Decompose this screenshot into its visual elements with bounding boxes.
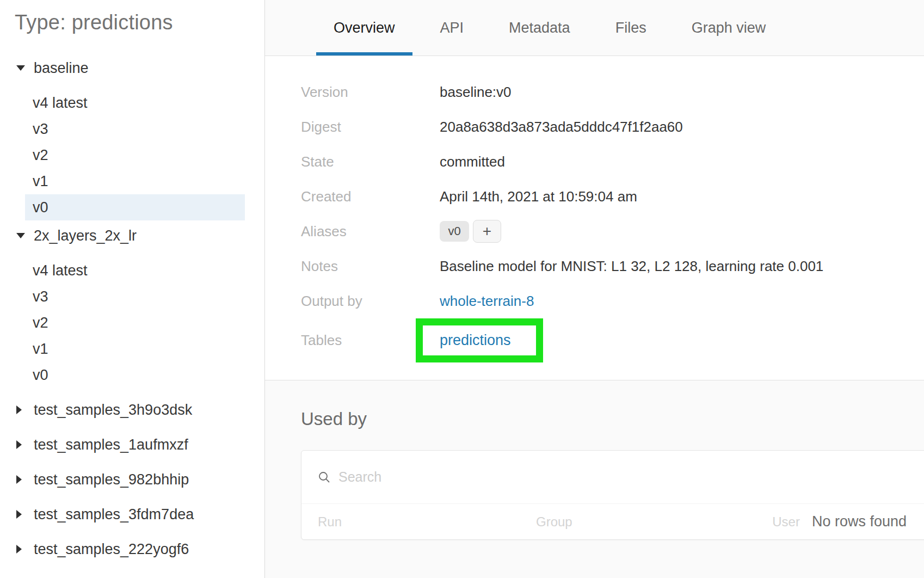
field-row-state: State committed	[301, 144, 902, 179]
tree-group-label: test_samples_982bhhip	[34, 471, 189, 488]
caret-right-icon	[16, 545, 22, 554]
field-label: Aliases	[301, 223, 440, 240]
sidebar-title: Type: predictions	[0, 11, 264, 34]
field-label: Version	[301, 84, 440, 101]
alias-badge-v0[interactable]: v0	[440, 221, 469, 242]
alias-badges: v0 +	[440, 220, 902, 243]
tree-item-version[interactable]: v2	[25, 142, 245, 168]
version-value: baseline:v0	[440, 84, 902, 101]
caret-right-icon	[16, 405, 22, 414]
tree-group-test-samples-222yogf6[interactable]: test_samples_222yogf6	[0, 536, 264, 562]
search-input[interactable]	[338, 469, 611, 485]
tree-group-label: test_samples_222yogf6	[34, 541, 189, 558]
created-value: April 14th, 2021 at 10:59:04 am	[440, 188, 902, 205]
tree-item-version[interactable]: v3	[25, 284, 245, 310]
tree-group-label: test_samples_3h9o3dsk	[34, 402, 192, 419]
tree-group-baseline-children: v4 latest v3 v2 v1 v0	[0, 90, 264, 220]
field-row-output-by: Output by whole-terrain-8	[301, 284, 902, 318]
tab-graph-view[interactable]: Graph view	[674, 0, 784, 56]
output-by-run-link[interactable]: whole-terrain-8	[440, 293, 534, 309]
tree-group-label: baseline	[34, 60, 89, 77]
search-row	[301, 451, 924, 503]
used-by-table-card: Run Group User No rows found	[301, 450, 924, 540]
field-label: Output by	[301, 293, 440, 310]
field-label: State	[301, 153, 440, 170]
used-by-section: Used by Run Group User No rows found	[265, 380, 924, 578]
tree-group-test-samples-3fdm7dea[interactable]: test_samples_3fdm7dea	[0, 501, 264, 527]
tree-item-version[interactable]: v4 latest	[25, 90, 245, 116]
caret-right-icon	[16, 475, 22, 484]
notes-value: Baseline model for MNIST: L1 32, L2 128,…	[440, 258, 902, 275]
tables-predictions-link[interactable]: predictions	[440, 332, 511, 348]
artifact-browser: Type: predictions baseline v4 latest v3 …	[0, 0, 924, 578]
digest-value: 20a8a638d3a873ada5dddc47f1f2aa60	[440, 119, 902, 136]
tree-item-version[interactable]: v1	[25, 168, 245, 194]
tab-overview[interactable]: Overview	[316, 0, 412, 56]
tab-files[interactable]: Files	[598, 0, 664, 56]
artifact-type-sidebar: Type: predictions baseline v4 latest v3 …	[0, 0, 265, 578]
table-header-row: Run Group User No rows found	[301, 503, 924, 539]
field-row-digest: Digest 20a8a638d3a873ada5dddc47f1f2aa60	[301, 109, 902, 144]
tree-group-baseline[interactable]: baseline	[0, 55, 264, 81]
tree-group-test-samples-982bhhip[interactable]: test_samples_982bhhip	[0, 466, 264, 493]
field-row-created: Created April 14th, 2021 at 10:59:04 am	[301, 179, 902, 214]
column-header-run: Run	[318, 514, 536, 530]
caret-right-icon	[16, 510, 22, 519]
tree-item-version[interactable]: v2	[25, 310, 245, 336]
add-alias-button[interactable]: +	[473, 220, 501, 243]
field-row-version: Version baseline:v0	[301, 75, 902, 109]
tree-group-2x-layers-2x-lr[interactable]: 2x_layers_2x_lr	[0, 223, 264, 249]
field-label: Digest	[301, 119, 440, 136]
column-header-user: User	[772, 514, 800, 530]
tree-item-version-selected[interactable]: v0	[25, 194, 245, 220]
artifact-detail-panel: Overview API Metadata Files Graph view V…	[265, 0, 924, 578]
field-label: Created	[301, 188, 440, 205]
used-by-title: Used by	[301, 409, 924, 429]
tab-metadata[interactable]: Metadata	[491, 0, 588, 56]
tree-item-version[interactable]: v4 latest	[25, 257, 245, 284]
column-header-group: Group	[536, 514, 772, 530]
tree-group-test-samples-1aufmxzf[interactable]: test_samples_1aufmxzf	[0, 432, 264, 458]
tree-group-2x-layers-children: v4 latest v3 v2 v1 v0	[0, 257, 264, 388]
annotation-highlight-box: predictions	[416, 318, 543, 362]
tree-group-label: 2x_layers_2x_lr	[34, 227, 137, 244]
tree-group-test-samples-3h9o3dsk[interactable]: test_samples_3h9o3dsk	[0, 397, 264, 423]
tab-api[interactable]: API	[423, 0, 482, 56]
caret-down-icon	[16, 65, 25, 71]
search-icon	[318, 471, 331, 484]
state-value: committed	[440, 153, 902, 170]
caret-right-icon	[16, 440, 22, 449]
field-row-notes: Notes Baseline model for MNIST: L1 32, L…	[301, 249, 902, 284]
tab-bar: Overview API Metadata Files Graph view	[265, 0, 924, 56]
overview-panel: Version baseline:v0 Digest 20a8a638d3a87…	[265, 56, 924, 380]
field-row-aliases: Aliases v0 +	[301, 214, 902, 249]
field-label: Notes	[301, 258, 440, 275]
tree-item-version[interactable]: v1	[25, 336, 245, 362]
tree-group-label: test_samples_3fdm7dea	[34, 506, 194, 523]
tree-group-label: test_samples_1aufmxzf	[34, 436, 188, 453]
artifact-tree: baseline v4 latest v3 v2 v1 v0 2x_layers…	[0, 55, 264, 562]
empty-rows-message: No rows found	[812, 513, 907, 530]
tree-item-version[interactable]: v0	[25, 362, 245, 388]
tree-item-version[interactable]: v3	[25, 116, 245, 142]
field-row-tables: Tables predictions	[301, 318, 902, 362]
caret-down-icon	[16, 233, 25, 238]
